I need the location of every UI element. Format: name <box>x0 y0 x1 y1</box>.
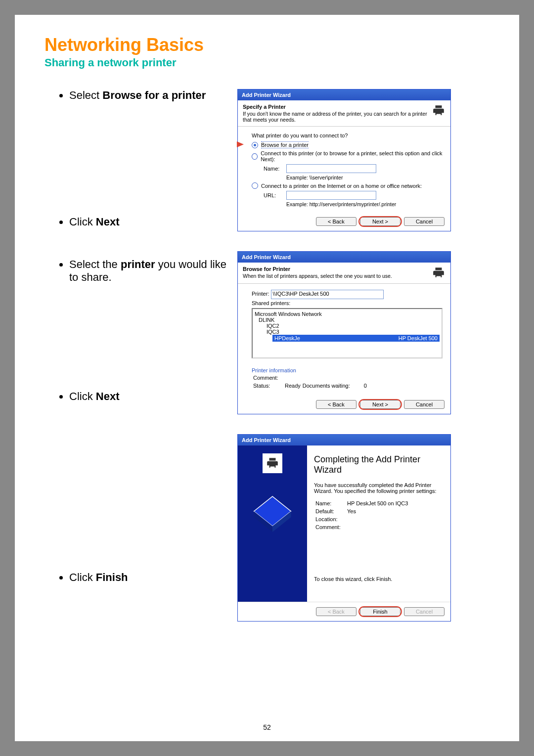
instruction-3: Select the printer you would like to sha… <box>69 258 227 284</box>
name-example: Example: \\server\printer <box>286 175 443 180</box>
window-title: Add Printer Wizard <box>238 435 450 445</box>
url-example: Example: http://server/printers/myprinte… <box>286 201 443 207</box>
tree-node-iqc3[interactable]: IQC3 <box>255 329 440 335</box>
url-label: URL: <box>264 192 283 198</box>
tree-node-dlink[interactable]: DLINK <box>255 317 440 323</box>
name-input[interactable] <box>286 164 376 173</box>
wizard-subheading: When the list of printers appears, selec… <box>243 273 428 279</box>
tree-node-selected[interactable]: HPDeskJe HP DeskJet 500 <box>272 335 440 342</box>
screenshots-column: Add Printer Wizard Specify a Printer If … <box>237 89 490 641</box>
instruction-2: Click Next <box>69 216 227 228</box>
cancel-button: Cancel <box>404 607 445 616</box>
wizard-heading: Browse for Printer <box>243 266 428 272</box>
instruction-1: Select Browse for a printer <box>69 89 227 102</box>
complete-message: You have successfully completed the Add … <box>314 482 444 494</box>
wizard-browse-printer: Add Printer Wizard Browse for Printer Wh… <box>237 251 451 414</box>
back-button[interactable]: < Back <box>316 217 356 226</box>
instructions-column: Select Browse for a printer Click Next S… <box>44 89 227 599</box>
close-instruction: To close this wizard, click Finish. <box>314 576 444 582</box>
shared-printers-tree[interactable]: Microsoft Windows Network DLINK IQC2 IQC… <box>252 308 443 358</box>
callout-arrow-icon <box>237 141 244 147</box>
default-value: Yes <box>347 508 408 515</box>
printer-icon <box>432 104 445 118</box>
page-subtitle: Sharing a network printer <box>44 56 490 69</box>
cancel-button[interactable]: Cancel <box>404 217 445 226</box>
wizard-question: What printer do you want to connect to? <box>252 133 443 138</box>
window-title: Add Printer Wizard <box>238 89 450 100</box>
instruction-4: Click Next <box>69 390 227 403</box>
radio-browse[interactable] <box>252 142 258 148</box>
default-label: Default: <box>315 508 346 515</box>
wizard-complete: Add Printer Wizard Completing the <box>237 434 451 622</box>
page-number: 52 <box>15 723 519 731</box>
tree-node-root[interactable]: Microsoft Windows Network <box>255 311 440 317</box>
name-label: Name: <box>315 500 346 507</box>
instruction-5: Click Finish <box>69 571 227 584</box>
back-button[interactable]: < Back <box>316 400 356 409</box>
name-value: HP DeskJet 500 on IQC3 <box>347 500 408 507</box>
documents-waiting-label: Documents waiting: <box>302 382 351 389</box>
page-title: Networking Basics <box>44 35 490 55</box>
status-value: Ready <box>284 382 301 389</box>
printer-field[interactable]: \\IQC3\HP DeskJet 500 <box>271 290 384 299</box>
documents-waiting-value: 0 <box>352 382 367 389</box>
name-label: Name: <box>264 166 283 172</box>
radio-connect[interactable] <box>252 153 258 160</box>
window-title: Add Printer Wizard <box>238 252 450 263</box>
wizard-heading: Specify a Printer <box>243 104 428 110</box>
cancel-button[interactable]: Cancel <box>404 400 445 409</box>
shared-printers-label: Shared printers: <box>252 300 443 306</box>
printer-info-title: Printer information <box>252 367 443 373</box>
radio-connect-label: Connect to this printer (or to browse fo… <box>261 150 443 162</box>
location-label: Location: <box>315 516 346 523</box>
next-button[interactable]: Next > <box>360 217 400 226</box>
printer-icon <box>432 266 445 280</box>
comment-label: Comment: <box>315 524 346 531</box>
document-page: Networking Basics Sharing a network prin… <box>15 15 519 741</box>
printer-large-icon <box>250 489 295 534</box>
printer-field-label: Printer: <box>252 291 269 297</box>
next-button[interactable]: Next > <box>360 400 400 409</box>
wizard-specify-printer: Add Printer Wizard Specify a Printer If … <box>237 89 451 231</box>
complete-heading: Completing the Add Printer Wizard <box>314 454 444 475</box>
status-label: Status: <box>253 382 283 389</box>
printer-icon <box>263 453 282 473</box>
finish-button[interactable]: Finish <box>360 607 400 616</box>
tree-node-iqc2[interactable]: IQC2 <box>255 323 440 329</box>
url-input[interactable] <box>286 191 376 200</box>
wizard-subheading: If you don't know the name or address of… <box>243 111 428 123</box>
back-button: < Back <box>316 607 356 616</box>
comment-label: Comment: <box>253 374 283 381</box>
wizard-side-graphic <box>238 445 307 602</box>
radio-browse-label: Browse for a printer <box>261 141 309 148</box>
radio-internet-label: Connect to a printer on the Internet or … <box>261 183 422 189</box>
radio-internet[interactable] <box>252 182 258 189</box>
